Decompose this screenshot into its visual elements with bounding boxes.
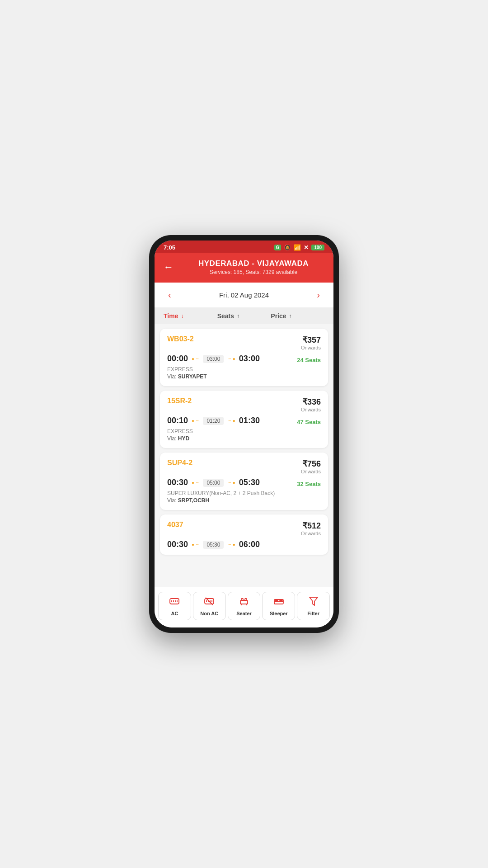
bus-timing-wb03: 00:00 ●··· 03:00 ···● 03:00	[167, 354, 260, 363]
back-button[interactable]: ←	[162, 259, 175, 275]
sort-bar: Time ↓ Seats ↑ Price ↑	[155, 308, 333, 324]
svg-marker-20	[310, 597, 318, 605]
route-subtitle: Services: 185, Seats: 7329 available	[181, 269, 326, 275]
icon-wifi: 📶	[294, 244, 301, 251]
arrive-time-4037: 06:00	[239, 540, 260, 549]
bus-price-sub-sup4: Onwards	[301, 469, 321, 474]
app-header: ← HYDERABAD - VIJAYAWADA Services: 185, …	[155, 253, 333, 283]
bus-via-15sr: Via: HYD	[167, 435, 321, 442]
bus-price-sub-15sr: Onwards	[301, 407, 321, 412]
sort-price-label: Price	[271, 312, 286, 320]
svg-rect-18	[275, 600, 278, 601]
bus-seats-wb03: 24 Seats	[297, 357, 321, 363]
status-time: 7:05	[164, 244, 175, 251]
bus-seats-sup4: 32 Seats	[297, 481, 321, 487]
arrive-time-wb03: 03:00	[239, 354, 260, 363]
depart-time-sup4: 00:30	[167, 478, 188, 487]
ac-icon	[169, 596, 180, 609]
nav-ac[interactable]: AC	[158, 592, 191, 620]
nav-filter[interactable]: Filter	[297, 592, 330, 620]
date-navigation: ‹ Fri, 02 Aug 2024 ›	[155, 283, 333, 308]
sort-time-arrow: ↓	[181, 313, 183, 319]
bus-seats-15sr: 47 Seats	[297, 419, 321, 425]
bus-timing-4037: 00:30 ●··· 05:30 ···● 06:00	[167, 540, 321, 549]
header-text: HYDERABAD - VIJAYAWADA Services: 185, Se…	[181, 259, 326, 275]
bus-price-sub-4037: Onwards	[301, 531, 321, 536]
bus-timing-sup4: 00:30 ●··· 05:00 ···● 05:30	[167, 478, 260, 487]
bus-card-sup4[interactable]: SUP4-2 ₹756 Onwards 00:30 ●··· 05:00 ···…	[160, 453, 328, 510]
svg-rect-0	[170, 599, 179, 604]
duration-15sr: 01:20	[203, 417, 224, 425]
bus-type-wb03: EXPRESS	[167, 366, 321, 373]
bus-timing-15sr: 00:10 ●··· 01:20 ···● 01:30	[167, 416, 260, 425]
nav-ac-label: AC	[171, 611, 178, 616]
bus-id-wb03: WB03-2	[167, 335, 194, 343]
icon-g: G	[274, 245, 282, 250]
sort-time-label: Time	[164, 312, 178, 320]
nonac-icon	[204, 596, 215, 609]
icon-nav: 🔕	[284, 244, 291, 251]
bus-id-4037: 4037	[167, 521, 183, 529]
arrive-time-sup4: 05:30	[239, 478, 260, 487]
nav-sleeper-label: Sleeper	[270, 611, 288, 616]
seater-icon	[239, 596, 249, 609]
bus-card-wb03[interactable]: WB03-2 ₹357 Onwards 00:00 ●··· 03:00 ···…	[160, 329, 328, 386]
sort-time[interactable]: Time ↓	[164, 312, 217, 320]
bus-card-4037[interactable]: 4037 ₹512 Onwards 00:30 ●··· 05:30 ···● …	[160, 514, 328, 555]
nav-seater[interactable]: Seater	[228, 592, 261, 620]
bus-price-sub-wb03: Onwards	[301, 345, 321, 350]
nav-filter-label: Filter	[307, 611, 319, 616]
sort-seats-label: Seats	[217, 312, 234, 320]
bus-price-wb03: ₹357	[301, 335, 321, 345]
nav-nonac[interactable]: Non AC	[193, 592, 226, 620]
current-date: Fri, 02 Aug 2024	[219, 291, 269, 299]
filter-icon	[308, 596, 319, 609]
duration-sup4: 05:00	[203, 479, 224, 487]
bus-type-sup4: SUPER LUXURY(Non-AC, 2 + 2 Push Back)	[167, 490, 321, 496]
bus-price-4037: ₹512	[301, 521, 321, 531]
bus-price-15sr: ₹336	[301, 397, 321, 407]
nav-seater-label: Seater	[236, 611, 252, 616]
arrive-time-15sr: 01:30	[239, 416, 260, 425]
sort-seats[interactable]: Seats ↑	[217, 312, 271, 320]
sort-seats-arrow: ↑	[237, 313, 239, 319]
svg-rect-12	[241, 599, 243, 601]
svg-rect-13	[245, 599, 247, 601]
status-bar: 7:05 G 🔕 📶 ✕ 100	[155, 241, 333, 253]
duration-wb03: 03:00	[203, 355, 224, 363]
depart-time-4037: 00:30	[167, 540, 188, 549]
bus-id-sup4: SUP4-2	[167, 459, 192, 467]
bus-via-sup4: Via: SRPT,OCBH	[167, 497, 321, 504]
sleeper-icon	[273, 596, 284, 609]
nav-nonac-label: Non AC	[200, 611, 218, 616]
route-title: HYDERABAD - VIJAYAWADA	[181, 259, 326, 268]
depart-time-15sr: 00:10	[167, 416, 188, 425]
bus-type-15sr: EXPRESS	[167, 428, 321, 434]
bus-price-sup4: ₹756	[301, 459, 321, 469]
bus-list: WB03-2 ₹357 Onwards 00:00 ●··· 03:00 ···…	[155, 324, 333, 587]
bus-via-wb03: Via: SURYAPET	[167, 373, 321, 380]
depart-time-wb03: 00:00	[167, 354, 188, 363]
bottom-navigation: AC Non AC	[155, 587, 333, 627]
svg-rect-19	[280, 600, 282, 601]
icon-x: ✕	[304, 244, 309, 251]
nav-sleeper[interactable]: Sleeper	[262, 592, 295, 620]
sort-price[interactable]: Price ↑	[271, 312, 324, 320]
sort-price-arrow: ↑	[289, 313, 292, 319]
battery-indicator: 100	[311, 245, 324, 250]
duration-4037: 05:30	[203, 541, 224, 549]
next-date-button[interactable]: ›	[312, 288, 324, 302]
bus-card-15sr[interactable]: 15SR-2 ₹336 Onwards 00:10 ●··· 01:20 ···…	[160, 391, 328, 448]
status-icons: G 🔕 📶 ✕ 100	[274, 244, 324, 251]
prev-date-button[interactable]: ‹	[164, 288, 176, 302]
bus-id-15sr: 15SR-2	[167, 397, 192, 405]
